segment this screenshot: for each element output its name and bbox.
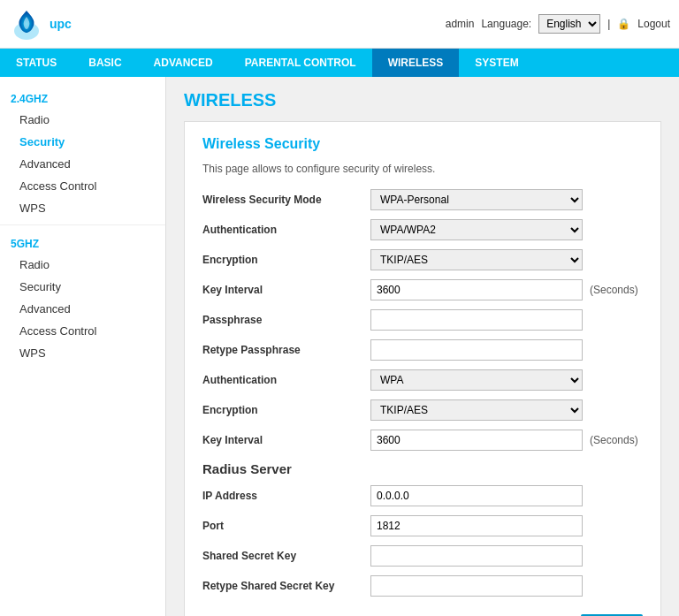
language-select[interactable]: English bbox=[538, 14, 600, 34]
radius-server-title: Radius Server bbox=[202, 461, 643, 476]
nav-item-wireless[interactable]: WIRELESS bbox=[372, 49, 460, 77]
nav-item-status[interactable]: STATUS bbox=[0, 49, 72, 77]
port-row: Port bbox=[202, 515, 643, 536]
nav-item-system[interactable]: SYSTEM bbox=[459, 49, 534, 77]
retype-passphrase-label: Retype Passphrase bbox=[202, 344, 370, 356]
passphrase-input[interactable] bbox=[370, 309, 583, 331]
shared-secret-key-input[interactable] bbox=[370, 545, 583, 567]
header: upc admin Language: English | 🔒 Logout bbox=[0, 0, 679, 49]
retype-passphrase-row: Retype Passphrase bbox=[202, 339, 643, 361]
shared-secret-key-row: Shared Secret Key bbox=[202, 545, 643, 567]
key-interval2-suffix: (Seconds) bbox=[590, 434, 638, 446]
retype-shared-secret-key-input[interactable] bbox=[370, 575, 583, 597]
encryption2-select[interactable]: TKIP/AES TKIP AES bbox=[370, 399, 583, 421]
key-interval1-suffix: (Seconds) bbox=[590, 284, 638, 296]
key-interval1-label: Key Interval bbox=[202, 284, 370, 296]
ip-address-row: IP Address bbox=[202, 485, 643, 506]
key-interval1-input[interactable] bbox=[370, 279, 583, 300]
port-input[interactable] bbox=[370, 515, 583, 536]
key-interval2-row: Key Interval (Seconds) bbox=[202, 430, 643, 451]
passphrase-row: Passphrase bbox=[202, 309, 643, 331]
sidebar-item-5-wps[interactable]: WPS bbox=[0, 342, 165, 364]
ip-address-label: IP Address bbox=[202, 490, 370, 502]
authentication1-label: Authentication bbox=[202, 224, 370, 236]
encryption1-select[interactable]: TKIP/AES TKIP AES bbox=[370, 249, 583, 270]
nav-item-parental-control[interactable]: PARENTAL CONTROL bbox=[229, 49, 372, 77]
wireless-security-mode-select[interactable]: WPA-Personal WPA-Enterprise WEP Disabled bbox=[370, 189, 583, 210]
logo-text: upc bbox=[50, 17, 72, 31]
sidebar-item-5-advanced[interactable]: Advanced bbox=[0, 298, 165, 320]
lock-icon: 🔒 bbox=[617, 18, 630, 30]
card-title: Wireless Security bbox=[202, 136, 643, 152]
sidebar-item-5-security[interactable]: Security bbox=[0, 276, 165, 298]
separator: | bbox=[607, 18, 610, 30]
sidebar-section-5ghz: 5GHZ bbox=[0, 231, 165, 254]
shared-secret-key-label: Shared Secret Key bbox=[202, 550, 370, 562]
ip-address-input[interactable] bbox=[370, 485, 583, 506]
encryption1-row: Encryption TKIP/AES TKIP AES bbox=[202, 249, 643, 270]
sidebar-item-24-security[interactable]: Security bbox=[0, 131, 165, 153]
nav-item-basic[interactable]: BASIC bbox=[72, 49, 137, 77]
logout-link[interactable]: Logout bbox=[637, 18, 670, 30]
sidebar-section-24ghz: 2.4GHZ bbox=[0, 86, 165, 109]
authentication1-row: Authentication WPA/WPA2 WPA WPA2 bbox=[202, 219, 643, 240]
key-interval1-row: Key Interval (Seconds) bbox=[202, 279, 643, 300]
wireless-security-mode-label: Wireless Security Mode bbox=[202, 194, 370, 206]
encryption1-label: Encryption bbox=[202, 254, 370, 266]
sidebar-item-24-advanced[interactable]: Advanced bbox=[0, 153, 165, 175]
language-label: Language: bbox=[481, 18, 531, 30]
logo-icon bbox=[9, 6, 44, 42]
header-right: admin Language: English | 🔒 Logout bbox=[446, 14, 670, 34]
logo-area: upc bbox=[9, 6, 72, 42]
nav-bar: STATUS BASIC ADVANCED PARENTAL CONTROL W… bbox=[0, 49, 679, 77]
passphrase-label: Passphrase bbox=[202, 314, 370, 326]
sidebar-item-24-radio[interactable]: Radio bbox=[0, 109, 165, 131]
retype-passphrase-input[interactable] bbox=[370, 339, 583, 361]
authentication2-label: Authentication bbox=[202, 374, 370, 386]
retype-shared-secret-key-label: Retype Shared Secret Key bbox=[202, 580, 370, 592]
authentication1-select[interactable]: WPA/WPA2 WPA WPA2 bbox=[370, 219, 583, 240]
main-content: WIRELESS Wireless Security This page all… bbox=[166, 77, 679, 616]
encryption2-row: Encryption TKIP/AES TKIP AES bbox=[202, 399, 643, 421]
authentication2-select[interactable]: WPA WPA2 WPA/WPA2 bbox=[370, 369, 583, 391]
retype-shared-secret-key-row: Retype Shared Secret Key bbox=[202, 575, 643, 597]
sidebar-divider bbox=[0, 224, 165, 225]
sidebar-item-5-radio[interactable]: Radio bbox=[0, 254, 165, 276]
encryption2-label: Encryption bbox=[202, 404, 370, 416]
wireless-security-mode-row: Wireless Security Mode WPA-Personal WPA-… bbox=[202, 189, 643, 210]
sidebar-item-24-access-control[interactable]: Access Control bbox=[0, 175, 165, 197]
authentication2-row: Authentication WPA WPA2 WPA/WPA2 bbox=[202, 369, 643, 391]
layout: 2.4GHZ Radio Security Advanced Access Co… bbox=[0, 77, 679, 616]
wireless-security-card: Wireless Security This page allows to co… bbox=[184, 121, 661, 616]
page-title: WIRELESS bbox=[184, 90, 661, 110]
admin-label: admin bbox=[446, 18, 475, 30]
card-desc: This page allows to configure security o… bbox=[202, 163, 643, 175]
nav-item-advanced[interactable]: ADVANCED bbox=[138, 49, 229, 77]
port-label: Port bbox=[202, 520, 370, 532]
key-interval2-label: Key Interval bbox=[202, 434, 370, 446]
sidebar-item-24-wps[interactable]: WPS bbox=[0, 197, 165, 219]
sidebar-item-5-access-control[interactable]: Access Control bbox=[0, 320, 165, 342]
sidebar: 2.4GHZ Radio Security Advanced Access Co… bbox=[0, 77, 166, 616]
key-interval2-input[interactable] bbox=[370, 430, 583, 451]
